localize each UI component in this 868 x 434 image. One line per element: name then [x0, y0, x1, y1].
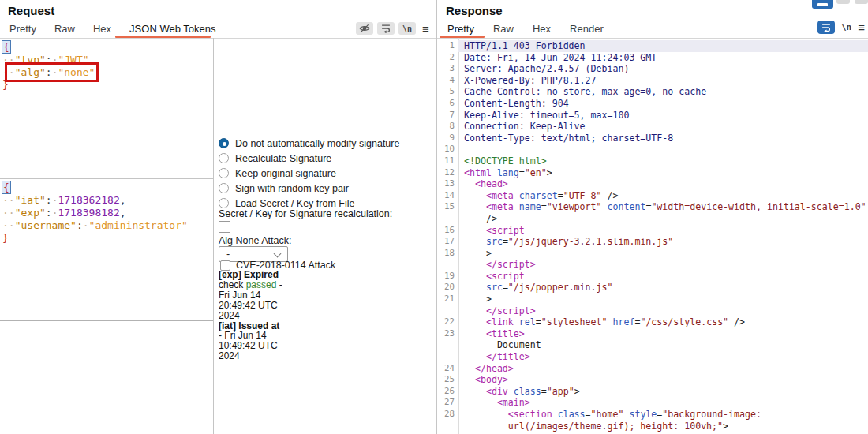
jwt-line[interactable]: ··"typ":·"JWT", [2, 54, 95, 66]
code-seg-dot: ·· [2, 54, 15, 65]
response-line[interactable]: 6Content-Length: 904 [436, 98, 868, 110]
jwt-line[interactable]: } [2, 79, 95, 92]
radio-option-do-not-automatically-modify-si[interactable]: Do not automatically modify signature [219, 136, 399, 151]
code-text: Server: Apache/2.4.57 (Debian) [458, 63, 868, 75]
secret-key-input[interactable] [219, 221, 230, 233]
window-control-icon[interactable] [836, 0, 850, 4]
response-line[interactable]: </script> [436, 259, 868, 271]
alg-none-attack-value: - [226, 249, 230, 260]
jwt-line[interactable]: { [2, 41, 95, 54]
code-seg-val: "app" [547, 386, 574, 397]
radio-option-sign-with-random-key-pair[interactable]: Sign with random key pair [219, 181, 399, 196]
panel-layout-icon[interactable] [812, 0, 833, 9]
radio-option-keep-original-signature[interactable]: Keep original signature [219, 166, 399, 181]
response-line[interactable]: 25 <body> [436, 374, 868, 386]
newline-icon[interactable]: \n [841, 22, 851, 32]
line-number: 7 [436, 110, 458, 122]
code-seg-pl: > [464, 294, 492, 305]
response-line[interactable]: 14 <meta charset="UTF-8" /> [436, 190, 868, 202]
response-line[interactable]: </title> [436, 351, 868, 363]
response-line[interactable]: 26 <div class="app"> [436, 386, 868, 398]
tab-json-web-tokens[interactable]: JSON Web Tokens [129, 23, 215, 35]
code-seg-hdr: Content-Length: 904 [464, 98, 569, 109]
response-line[interactable]: 16 <script [436, 225, 868, 237]
response-line[interactable]: 8Connection: Keep-Alive [436, 121, 868, 133]
response-line[interactable]: 9Content-Type: text/html; charset=UTF-8 [436, 133, 868, 144]
newline-icon[interactable]: \n [398, 22, 416, 35]
jwt-line[interactable]: ··"username":·"admininstrator" [2, 219, 188, 232]
jwt-line[interactable]: } [2, 232, 188, 245]
response-line[interactable]: 4X-Powered-By: PHP/8.1.27 [436, 75, 868, 87]
word-wrap-icon[interactable] [817, 21, 835, 34]
tab-raw[interactable]: Raw [493, 23, 514, 35]
response-line[interactable]: 24 </head> [436, 363, 868, 375]
menu-icon[interactable]: ≡ [858, 21, 865, 33]
code-text: <meta charset="UTF-8" /> [458, 190, 868, 202]
code-seg-tag: <main> [497, 397, 530, 408]
radio-label: Sign with random key pair [235, 183, 349, 194]
radio-button[interactable] [219, 198, 229, 208]
response-line[interactable]: </script> [436, 305, 868, 317]
code-seg-pl: Document [464, 339, 541, 350]
response-line[interactable]: 17 src="/js/jquery-3.2.1.slim.min.js" [436, 236, 868, 248]
response-line[interactable]: 3Server: Apache/2.4.57 (Debian) [436, 63, 868, 75]
response-line[interactable]: 2Date: Fri, 14 Jun 2024 11:24:03 GMT [436, 52, 868, 64]
radio-button[interactable] [219, 168, 229, 178]
response-line[interactable]: 19 <script [436, 271, 868, 282]
radio-button[interactable] [219, 153, 229, 163]
response-code-view[interactable]: 1HTTP/1.1 403 Forbidden2Date: Fri, 14 Ju… [436, 40, 868, 432]
code-seg-pn: , [120, 207, 126, 219]
line-number: 23 [436, 328, 458, 340]
code-seg-brace: } [2, 79, 9, 91]
response-line[interactable]: 1HTTP/1.1 403 Forbidden [436, 40, 868, 52]
response-line[interactable]: Document [436, 339, 868, 351]
tab-pretty[interactable]: Pretty [9, 23, 36, 35]
response-line[interactable]: 22 <link rel="stylesheet" href="/css/sty… [436, 316, 868, 328]
response-line[interactable]: /> [436, 213, 868, 225]
response-line[interactable]: 27 <main> [436, 397, 868, 409]
radio-button[interactable] [219, 183, 229, 193]
response-line[interactable]: 10 [436, 144, 868, 155]
response-line[interactable]: 5Cache-Control: no-store, max-age=0, no-… [436, 86, 868, 98]
response-line[interactable]: 13 <head> [436, 178, 868, 190]
code-seg-key: "iat" [15, 194, 46, 206]
code-text: <title> [458, 328, 868, 340]
response-line[interactable]: 7Keep-Alive: timeout=5, max=100 [436, 110, 868, 122]
jwt-line[interactable]: ··"alg":·"none" [2, 66, 95, 79]
response-line[interactable]: 18 > [436, 248, 868, 260]
code-seg-val: "stylesheet" [541, 316, 608, 327]
line-number: 3 [436, 63, 458, 75]
word-wrap-icon[interactable] [377, 22, 395, 35]
response-line[interactable]: 20 src="/js/popper.min.js" [436, 282, 868, 294]
response-line[interactable]: 28 <section class="home" style="backgrou… [436, 409, 868, 421]
code-text: <!DOCTYPE html> [458, 155, 868, 167]
tab-hex[interactable]: Hex [533, 23, 551, 35]
tab-pretty[interactable]: Pretty [447, 23, 474, 35]
jwt-header-editor[interactable]: {··"typ":·"JWT",··"alg":·"none"} [2, 41, 95, 92]
response-line[interactable]: 15 <meta name="viewport" content="width=… [436, 201, 868, 213]
jwt-line[interactable]: ··"iat":·1718362182, [2, 194, 188, 207]
code-text: Date: Fri, 14 Jun 2024 11:24:03 GMT [458, 52, 868, 64]
line-number: 9 [436, 133, 458, 144]
tab-hex[interactable]: Hex [93, 23, 111, 35]
response-line[interactable]: 21 > [436, 294, 868, 305]
response-line[interactable]: url(/images/theme.gif); height: 100vh;"> [436, 421, 868, 432]
jwt-line[interactable]: { [2, 181, 188, 194]
menu-icon[interactable]: ≡ [422, 23, 429, 35]
radio-option-recalculate-signature[interactable]: Recalculate Signature [219, 151, 399, 166]
code-seg-hdr: Connection: Keep-Alive [464, 121, 586, 132]
tab-render[interactable]: Render [570, 23, 604, 35]
eye-off-icon[interactable] [356, 22, 373, 35]
window-control-icon[interactable] [855, 0, 868, 4]
tab-raw[interactable]: Raw [54, 23, 75, 35]
response-line[interactable]: 11<!DOCTYPE html> [436, 155, 868, 167]
response-line[interactable]: 23 <title> [436, 328, 868, 340]
code-seg-num: 1718398182 [58, 207, 119, 219]
radio-button[interactable] [219, 138, 229, 148]
code-seg-pl [464, 409, 508, 420]
jwt-line[interactable]: ··"exp":·1718398182, [2, 207, 188, 219]
response-line[interactable]: 12<html lang="en"> [436, 167, 868, 179]
line-number: 5 [436, 86, 458, 98]
jwt-payload-editor[interactable]: {··"iat":·1718362182,··"exp":·1718398182… [2, 181, 188, 245]
code-text: Content-Type: text/html; charset=UTF-8 [458, 133, 868, 144]
